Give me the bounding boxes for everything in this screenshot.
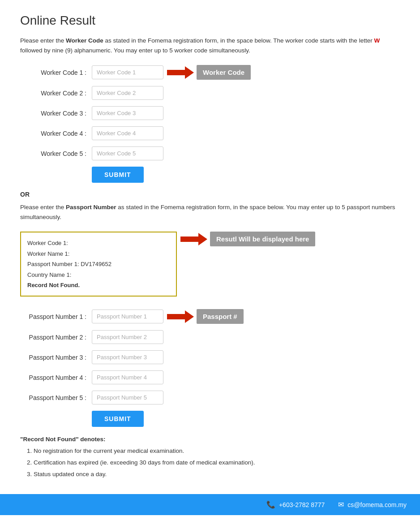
passport-5-row: Passport Number 5 : bbox=[20, 391, 400, 404]
passport-1-row: Passport Number 1 : Passport # bbox=[20, 309, 400, 324]
footer-phone: 📞 +603-2782 8777 bbox=[266, 500, 325, 509]
worker-code-4-row: Worker Code 4 : bbox=[20, 126, 400, 140]
phone-icon: 📞 bbox=[266, 500, 275, 509]
passport-1-label: Passport Number 1 : bbox=[20, 313, 92, 320]
result-line-5: Record Not Found. bbox=[27, 280, 170, 290]
passport-1-input[interactable] bbox=[92, 310, 163, 323]
passport-5-input[interactable] bbox=[92, 391, 163, 404]
page-wrapper: Online Result Please enter the Worker Co… bbox=[0, 0, 420, 515]
notes-item-3: Status updated once a day. bbox=[34, 469, 400, 479]
notes-item-1: No registration for the current year med… bbox=[34, 446, 400, 456]
passport-submit-button[interactable]: SUBMIT bbox=[92, 411, 144, 427]
result-box: Worker Code 1: Worker Name 1: Passport N… bbox=[20, 232, 177, 297]
passport-4-label: Passport Number 4 : bbox=[20, 374, 92, 381]
passport-3-row: Passport Number 3 : bbox=[20, 350, 400, 364]
worker-intro: Please enter the Worker Code as stated i… bbox=[20, 36, 400, 55]
passport-5-label: Passport Number 5 : bbox=[20, 394, 92, 401]
passport-section: Passport Number 1 : Passport # Passport … bbox=[20, 309, 400, 427]
result-annotation-wrapper: Resutl Will be displayed here bbox=[180, 232, 315, 246]
result-line-1: Worker Code 1: bbox=[27, 238, 170, 248]
passport-arrow-icon bbox=[167, 310, 194, 323]
passport-annotation-box: Passport # bbox=[197, 309, 244, 324]
worker-code-arrow-icon bbox=[167, 66, 194, 79]
worker-code-section: Worker Code 1 : Worker Code Worker Code … bbox=[20, 65, 400, 183]
worker-code-5-label: Worker Code 5 : bbox=[20, 150, 92, 157]
worker-code-5-row: Worker Code 5 : bbox=[20, 146, 400, 160]
worker-code-1-label: Worker Code 1 : bbox=[20, 69, 92, 76]
worker-code-annotation-box: Worker Code bbox=[197, 65, 251, 80]
passport-3-input[interactable] bbox=[92, 350, 163, 364]
result-line-3: Passport Number 1: DV1749652 bbox=[27, 259, 170, 269]
notes-section: "Record Not Found" denotes: No registrat… bbox=[20, 436, 400, 479]
svg-marker-1 bbox=[180, 233, 207, 245]
worker-code-3-label: Worker Code 3 : bbox=[20, 110, 92, 117]
worker-code-1-input[interactable] bbox=[92, 65, 163, 79]
worker-code-3-row: Worker Code 3 : bbox=[20, 106, 400, 120]
passport-annotation-wrapper: Passport # bbox=[167, 309, 244, 324]
worker-code-4-input[interactable] bbox=[92, 126, 163, 140]
passport-2-label: Passport Number 2 : bbox=[20, 334, 92, 341]
page-title: Online Result bbox=[20, 13, 400, 28]
passport-2-row: Passport Number 2 : bbox=[20, 330, 400, 344]
notes-item-2: Certification has expired (ie. exceeding… bbox=[34, 458, 400, 468]
worker-code-2-input[interactable] bbox=[92, 86, 163, 100]
passport-4-row: Passport Number 4 : bbox=[20, 370, 400, 384]
email-icon: ✉ bbox=[338, 500, 344, 509]
worker-code-2-label: Worker Code 2 : bbox=[20, 90, 92, 97]
svg-marker-2 bbox=[167, 310, 194, 323]
passport-submit-row: SUBMIT bbox=[92, 411, 400, 427]
notes-heading: "Record Not Found" denotes: bbox=[20, 436, 400, 443]
result-line-2: Worker Name 1: bbox=[27, 249, 170, 259]
passport-3-label: Passport Number 3 : bbox=[20, 354, 92, 361]
passport-intro: Please enter the Passport Number as stat… bbox=[20, 202, 400, 222]
footer-email: ✉ cs@fomema.com.my bbox=[338, 500, 407, 509]
footer-phone-number: +603-2782 8777 bbox=[279, 501, 325, 508]
result-row: Worker Code 1: Worker Name 1: Passport N… bbox=[20, 232, 400, 305]
result-annotation-box: Resutl Will be displayed here bbox=[210, 232, 315, 246]
worker-code-annotation-wrapper: Worker Code bbox=[167, 65, 251, 80]
worker-code-2-row: Worker Code 2 : bbox=[20, 86, 400, 100]
notes-list: No registration for the current year med… bbox=[34, 446, 400, 479]
passport-4-input[interactable] bbox=[92, 370, 163, 384]
worker-code-4-label: Worker Code 4 : bbox=[20, 130, 92, 137]
footer: 📞 +603-2782 8777 ✉ cs@fomema.com.my bbox=[0, 494, 420, 515]
passport-2-input[interactable] bbox=[92, 330, 163, 344]
svg-marker-0 bbox=[167, 66, 194, 79]
worker-code-1-row: Worker Code 1 : Worker Code bbox=[20, 65, 400, 80]
result-line-4: Country Name 1: bbox=[27, 270, 170, 280]
or-label: OR bbox=[20, 191, 400, 198]
worker-code-3-input[interactable] bbox=[92, 106, 163, 120]
worker-code-5-input[interactable] bbox=[92, 146, 163, 160]
main-content: Online Result Please enter the Worker Co… bbox=[0, 0, 420, 494]
worker-submit-row: SUBMIT bbox=[92, 167, 400, 183]
worker-submit-button[interactable]: SUBMIT bbox=[92, 167, 144, 183]
footer-email-address: cs@fomema.com.my bbox=[347, 501, 407, 508]
result-arrow-icon bbox=[180, 233, 207, 245]
